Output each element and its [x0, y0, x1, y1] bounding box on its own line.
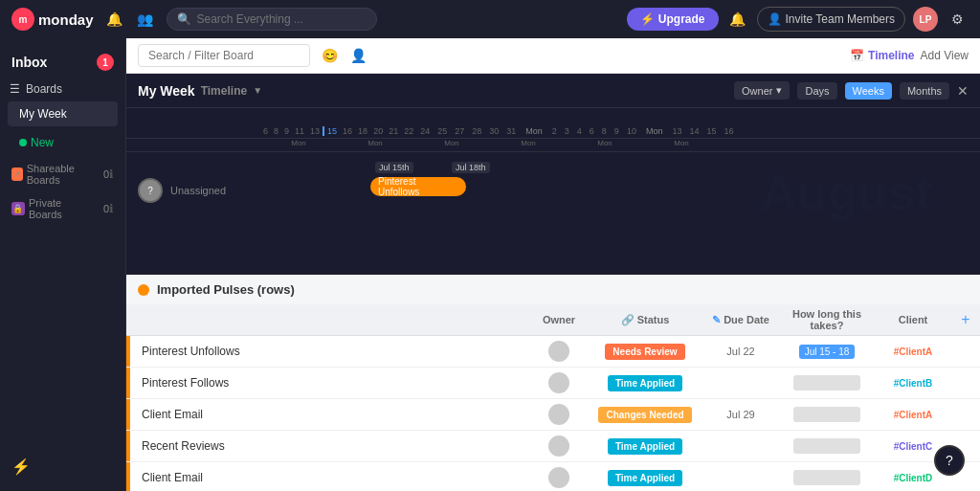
row-owner	[530, 372, 588, 393]
sidebar-private-boards[interactable]: 🔒 Private Boards 0 ℹ	[0, 191, 125, 226]
owner-avatar	[548, 404, 569, 425]
timeline-title: My Week Timeline ▼	[138, 83, 262, 99]
row-task-name[interactable]: Client Email	[130, 465, 530, 490]
row-status[interactable]: Time Applied	[588, 470, 702, 486]
row-owner	[530, 467, 588, 488]
timeline-view-button[interactable]: 📅 Timeline	[850, 49, 914, 62]
lock-icon: 🔒	[11, 202, 25, 215]
month-label: August	[761, 164, 932, 221]
new-button[interactable]: New	[8, 132, 118, 153]
owner-avatar	[548, 467, 569, 488]
emoji-icon[interactable]: 😊	[318, 44, 341, 67]
help-button[interactable]: ?	[934, 445, 965, 476]
table-header: Owner 🔗 Status ✎ Due Date How long this …	[126, 304, 980, 336]
settings-icon[interactable]: ⚙	[946, 8, 969, 31]
owner-filter-button[interactable]: Owner ▾	[734, 81, 790, 100]
bar-end-marker: Jul 18th	[452, 162, 490, 173]
group-header: Imported Pulses (rows)	[126, 275, 980, 304]
top-navigation: m monday 🔔 👥 🔍 ⚡ Upgrade 🔔 👤 Invite Team…	[0, 0, 980, 38]
sidebar-boards-section[interactable]: ☰ Boards	[0, 78, 125, 100]
status-badge: Time Applied	[608, 438, 682, 455]
client-tag: #ClientD	[888, 471, 939, 485]
status-badge: Time Applied	[608, 375, 682, 391]
timeline-header: My Week Timeline ▼ Owner ▾ Days Weeks Mo…	[126, 74, 980, 108]
table-row[interactable]: Client Email Time Applied #ClientD	[126, 462, 980, 491]
row-due-date: Jul 29	[702, 409, 779, 420]
timeline-section: My Week Timeline ▼ Owner ▾ Days Weeks Mo…	[126, 74, 980, 275]
bar-start-marker: Jul 15th	[375, 162, 413, 173]
row-status[interactable]: Time Applied	[588, 375, 702, 391]
info-icon2: ℹ	[109, 202, 114, 215]
lightning-button[interactable]: ⚡	[0, 450, 125, 483]
sidebar-shareable-boards[interactable]: ↗ Shareable Boards 0 ℹ	[0, 157, 125, 191]
person-icon[interactable]: 👤	[346, 44, 369, 67]
info-icon: ℹ	[109, 167, 114, 181]
table-row[interactable]: Recent Reviews Time Applied #ClientC	[126, 431, 980, 462]
inbox-label: Inbox	[11, 55, 47, 70]
invite-icon: 👤	[768, 12, 782, 26]
row-client: #ClientD	[875, 473, 951, 483]
notification-icon[interactable]: 🔔	[726, 8, 749, 31]
shareable-label: ↗ Shareable Boards 0	[11, 163, 109, 186]
weeks-button[interactable]: Weeks	[845, 82, 892, 100]
private-label: 🔒 Private Boards 0	[11, 197, 109, 220]
unassigned-avatar: ?	[138, 178, 163, 203]
col-client-header: Client	[875, 314, 951, 325]
boards-label: Boards	[26, 82, 62, 96]
sidebar-item-my-week[interactable]: My Week	[8, 101, 118, 126]
owner-avatar	[548, 372, 569, 393]
table-container: Owner 🔗 Status ✎ Due Date How long this …	[126, 304, 980, 491]
main-layout: Inbox 1 ☰ Boards My Week New ↗ Shareable…	[0, 38, 980, 491]
sidebar-item-inbox[interactable]: Inbox 1	[0, 46, 125, 78]
table-row[interactable]: Pinterest Follows Time Applied #ClientB	[126, 368, 980, 399]
upgrade-icon: ⚡	[640, 12, 655, 26]
avatar[interactable]: LP	[913, 7, 938, 32]
timeline-body: ? Unassigned Jul 15th Jul 18th Pinterest…	[126, 152, 980, 229]
timeline-tag: Jul 15 - 18	[799, 345, 856, 359]
row-task-name[interactable]: Recent Reviews	[130, 434, 530, 458]
group-color-dot	[138, 284, 149, 296]
upgrade-button[interactable]: ⚡ Upgrade	[627, 8, 719, 31]
invite-button[interactable]: 👤 Invite Team Members	[757, 7, 906, 32]
notification-bell-icon[interactable]: 🔔	[103, 8, 126, 31]
col-status-header: 🔗 Status	[588, 314, 702, 326]
search-bar[interactable]: 🔍	[167, 8, 377, 31]
timeline-mon-labels: Mon Mon Mon Mon Mon Mon	[126, 139, 980, 152]
close-timeline-button[interactable]: ✕	[957, 83, 969, 99]
row-task-name[interactable]: Pinterest Unfollows	[130, 339, 530, 364]
group-title: Imported Pulses (rows)	[157, 282, 295, 297]
row-timeline	[779, 470, 875, 485]
table-row[interactable]: Pinterest Unfollows Needs Review Jul 22 …	[126, 336, 980, 368]
timeline-bar[interactable]: Pinterest Unfollows	[370, 177, 466, 196]
people-icon[interactable]: 👥	[134, 8, 157, 31]
table-row[interactable]: Client Email Changes Needed Jul 29 #Clie…	[126, 399, 980, 431]
row-client: #ClientB	[875, 378, 951, 389]
app-logo[interactable]: m monday	[11, 8, 94, 31]
shareable-icon: ↗	[11, 167, 23, 181]
add-view-button[interactable]: Add View	[921, 49, 969, 62]
row-status[interactable]: Time Applied	[588, 438, 702, 455]
search-input[interactable]	[197, 12, 367, 26]
row-status[interactable]: Needs Review	[588, 344, 702, 360]
row-client: #ClientA	[875, 346, 951, 357]
days-button[interactable]: Days	[797, 82, 836, 100]
col-owner-header: Owner	[530, 314, 588, 325]
client-tag: #ClientB	[888, 376, 939, 391]
status-badge: Needs Review	[605, 344, 684, 360]
filter-input[interactable]	[138, 44, 310, 67]
row-task-name[interactable]: Client Email	[130, 402, 530, 427]
row-timeline	[779, 407, 875, 422]
months-button[interactable]: Months	[900, 82, 949, 100]
topbar-icons: 😊 👤	[318, 44, 369, 67]
owner-avatar	[548, 341, 569, 362]
row-timeline: Jul 15 - 18	[779, 345, 875, 359]
owner-avatar	[548, 435, 569, 457]
add-column-button[interactable]: +	[951, 311, 980, 328]
nav-icons: 🔔 👥	[103, 8, 157, 31]
chevron-icon: ▾	[776, 84, 782, 97]
menu-icon: ☰	[10, 82, 20, 96]
logo-icon: m	[11, 8, 34, 31]
row-task-name[interactable]: Pinterest Follows	[130, 370, 530, 395]
nav-right: ⚡ Upgrade 🔔 👤 Invite Team Members LP ⚙	[627, 7, 969, 32]
row-status[interactable]: Changes Needed	[588, 407, 702, 423]
